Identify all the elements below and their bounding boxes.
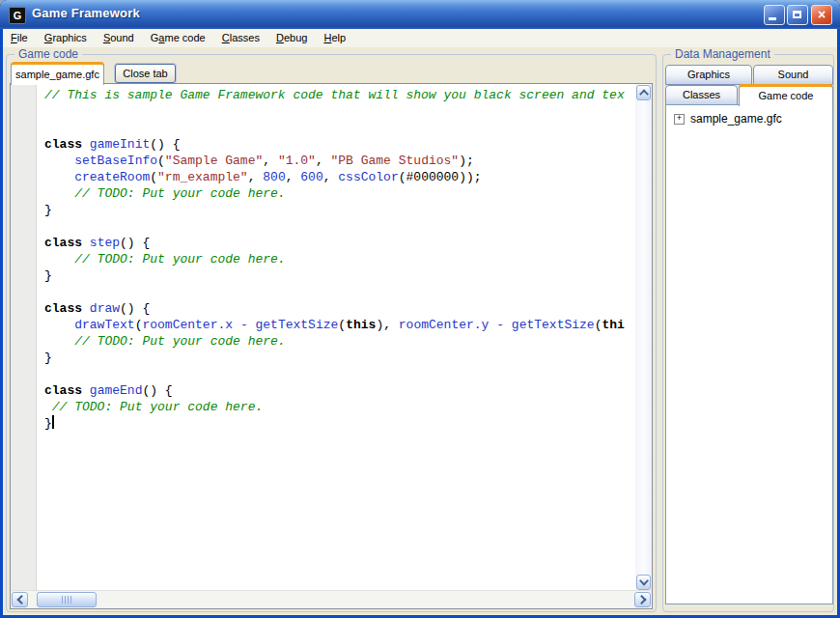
horizontal-scroll-thumb[interactable] (37, 592, 97, 607)
menu-label: elp (331, 32, 346, 43)
tab-sample-game-gfc[interactable]: sample_game.gfc (11, 62, 104, 85)
menu-graphics[interactable]: Graphics (39, 29, 93, 45)
menu-classes[interactable]: Classes (216, 29, 266, 45)
window-title: Game Framework (32, 6, 140, 20)
menu-file[interactable]: File (5, 29, 34, 45)
close-icon: × (812, 6, 831, 24)
menu-label: raphics (52, 32, 86, 43)
tab-classes[interactable]: Classes (665, 85, 738, 105)
data-management-groupbox: Data Management Graphics Sound Classes G… (662, 54, 834, 612)
window-body: File Graphics Sound Game code Classes De… (3, 29, 837, 615)
menu-label: D (276, 32, 284, 43)
game-code-groupbox: Game code sample_game.gfc Close tab // T… (6, 54, 657, 612)
data-management-groupbox-label: Data Management (671, 47, 774, 61)
scroll-right-button[interactable] (634, 592, 651, 607)
menu-sound[interactable]: Sound (98, 29, 140, 45)
chevron-left-icon (16, 595, 26, 604)
app-window: G Game Framework × File Graphics Sound G… (0, 0, 840, 618)
game-code-groupbox-label: Game code (14, 47, 82, 61)
chevron-down-icon (639, 576, 649, 586)
menu-label: F (11, 32, 17, 43)
menu-game-code[interactable]: Game code (145, 29, 211, 45)
close-tab-button[interactable]: Close tab (115, 64, 176, 83)
menu-label: ebug (284, 32, 307, 43)
editor-gutter (11, 84, 37, 591)
tab-sound[interactable]: Sound (753, 65, 833, 85)
chevron-up-icon (639, 89, 649, 98)
scroll-up-button[interactable] (636, 85, 651, 100)
menu-debug[interactable]: Debug (270, 29, 313, 45)
menu-label: C (222, 32, 230, 43)
menu-label: me code (164, 32, 205, 43)
minimize-button[interactable] (764, 5, 785, 25)
menu-bar: File Graphics Sound Game code Classes De… (3, 29, 837, 47)
game-code-tree[interactable]: + sample_game.gfc (665, 104, 833, 604)
tree-item-label: sample_game.gfc (690, 112, 782, 126)
grip-icon (62, 596, 72, 604)
code-editor[interactable]: // This is sample Game Framework code th… (10, 83, 653, 609)
menu-label: lasses (230, 32, 260, 43)
scroll-down-button[interactable] (636, 575, 651, 590)
minimize-icon (769, 17, 776, 20)
horizontal-scrollbar[interactable] (11, 590, 652, 608)
tab-game-code[interactable]: Game code (739, 84, 833, 106)
title-bar[interactable]: G Game Framework × (0, 0, 840, 29)
maximize-button[interactable] (787, 5, 808, 25)
expand-plus-icon[interactable]: + (674, 114, 685, 125)
menu-label: ound (110, 32, 133, 43)
app-icon: G (9, 7, 26, 24)
scroll-left-button[interactable] (12, 592, 28, 607)
menu-label: ile (17, 32, 28, 43)
menu-help[interactable]: Help (318, 29, 351, 45)
vertical-scrollbar[interactable] (635, 84, 652, 591)
code-lines[interactable]: // This is sample Game Framework code th… (37, 84, 635, 591)
maximize-icon (793, 11, 801, 18)
tree-item-sample-game-gfc[interactable]: + sample_game.gfc (674, 112, 782, 126)
tab-graphics[interactable]: Graphics (665, 65, 752, 85)
chevron-right-icon (636, 595, 646, 604)
text-caret (52, 415, 54, 429)
close-button[interactable]: × (811, 5, 832, 25)
